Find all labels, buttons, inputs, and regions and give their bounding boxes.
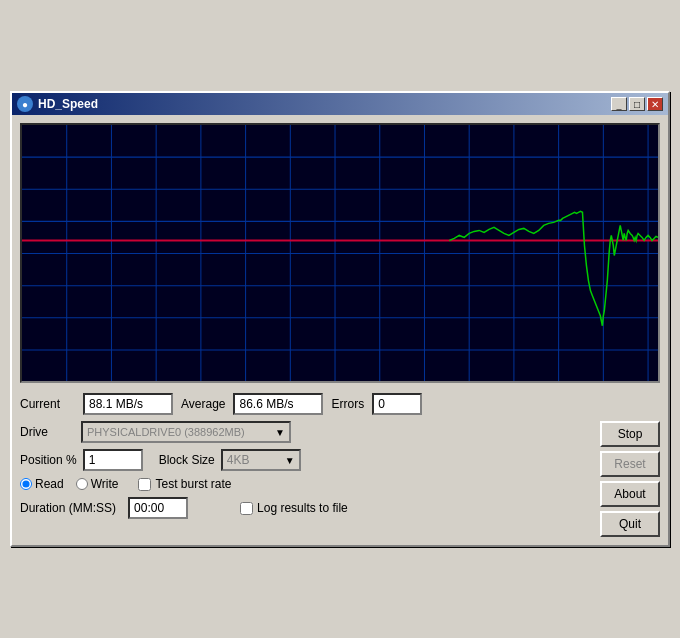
graph-container (20, 123, 660, 383)
write-radio[interactable] (76, 478, 88, 490)
duration-row: Duration (MM:SS) Log results to file (20, 497, 592, 519)
drive-select-arrow: ▼ (275, 427, 285, 438)
log-option[interactable]: Log results to file (240, 501, 348, 515)
radio-group: Read Write Test burst rate (20, 477, 232, 491)
blocksize-label: Block Size (159, 453, 215, 467)
current-label: Current (20, 397, 75, 411)
position-input[interactable] (83, 449, 143, 471)
blocksize-select[interactable]: 4KB ▼ (221, 449, 301, 471)
average-value[interactable] (233, 393, 323, 415)
write-label: Write (91, 477, 119, 491)
title-bar: ● HD_Speed _ □ ✕ (12, 93, 668, 115)
read-radio[interactable] (20, 478, 32, 490)
stats-row: Current Average Errors (20, 393, 660, 415)
window-title: HD_Speed (38, 97, 98, 111)
duration-input[interactable] (128, 497, 188, 519)
read-label: Read (35, 477, 64, 491)
log-checkbox[interactable] (240, 502, 253, 515)
button-column: Stop Reset About Quit (600, 421, 660, 537)
drive-value: PHYSICALDRIVE0 (388962MB) (87, 426, 245, 438)
reset-button[interactable]: Reset (600, 451, 660, 477)
blocksize-value: 4KB (227, 453, 250, 467)
drive-label: Drive (20, 425, 75, 439)
errors-label: Errors (331, 397, 364, 411)
main-area: Drive PHYSICALDRIVE0 (388962MB) ▼ Positi… (20, 421, 660, 537)
average-label: Average (181, 397, 225, 411)
read-option[interactable]: Read (20, 477, 64, 491)
title-buttons: _ □ ✕ (611, 97, 663, 111)
app-icon: ● (17, 96, 33, 112)
burst-label: Test burst rate (155, 477, 231, 491)
write-option[interactable]: Write (76, 477, 119, 491)
stop-button[interactable]: Stop (600, 421, 660, 447)
drive-select[interactable]: PHYSICALDRIVE0 (388962MB) ▼ (81, 421, 291, 443)
about-button[interactable]: About (600, 481, 660, 507)
maximize-button[interactable]: □ (629, 97, 645, 111)
title-bar-left: ● HD_Speed (17, 96, 98, 112)
log-label: Log results to file (257, 501, 348, 515)
quit-button[interactable]: Quit (600, 511, 660, 537)
duration-label: Duration (MM:SS) (20, 501, 116, 515)
burst-option[interactable]: Test burst rate (138, 477, 231, 491)
graph-svg (22, 125, 658, 381)
burst-checkbox[interactable] (138, 478, 151, 491)
close-button[interactable]: ✕ (647, 97, 663, 111)
position-blocksize-row: Position % Block Size 4KB ▼ (20, 449, 592, 471)
position-label: Position % (20, 453, 77, 467)
left-controls: Drive PHYSICALDRIVE0 (388962MB) ▼ Positi… (20, 421, 592, 537)
main-window: ● HD_Speed _ □ ✕ (10, 91, 670, 547)
window-content: Current Average Errors Drive PHYSICALDRI… (12, 115, 668, 545)
blocksize-select-arrow: ▼ (285, 455, 295, 466)
drive-row: Drive PHYSICALDRIVE0 (388962MB) ▼ (20, 421, 592, 443)
minimize-button[interactable]: _ (611, 97, 627, 111)
mode-row: Read Write Test burst rate (20, 477, 592, 491)
current-value[interactable] (83, 393, 173, 415)
errors-value[interactable] (372, 393, 422, 415)
